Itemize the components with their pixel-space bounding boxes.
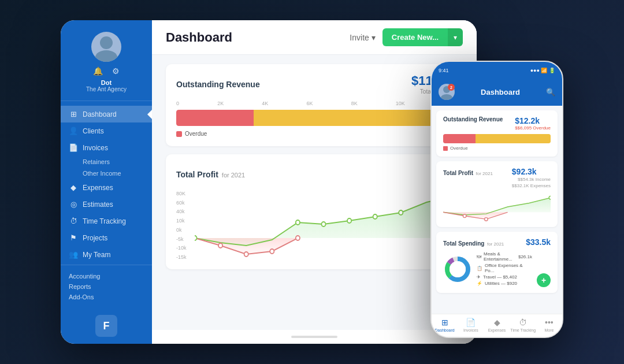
phone-dot [485,218,488,221]
profit-card: Total Profit for 2021 $89 tota... 80K 60… [166,154,463,269]
sidebar-item-estimates[interactable]: ◎ Estimates [61,196,152,213]
dot [373,214,377,219]
utilities-icon: ⚡ [477,281,482,286]
phone-nav-more[interactable]: ••• More [536,318,562,332]
profit-year: for 2021 [222,172,245,179]
profit-y-axis: 80K 60k 40k 10k 0k -5k -10k -15k [176,191,192,260]
expenses-icon: ◆ [69,183,78,192]
team-icon: 👥 [69,250,78,259]
create-new-group: Create New... ▾ [382,28,463,46]
phone-nav-label: Invoices [463,328,478,332]
dot [244,252,248,257]
overdue-legend-dot [176,131,182,137]
phone-nav-time-tracking[interactable]: ⏱ Time Tracking [510,318,536,332]
sidebar-item-time-tracking[interactable]: ⏱ Time Tracking [61,213,152,229]
phone-nav-expenses[interactable]: ◆ Expenses [484,318,510,332]
phone-status-icons: ●●● 📶 🔋 [530,68,555,73]
dot [321,222,325,226]
phone-body: Outstanding Revenue $12.2k $$6,095 Overd… [432,106,562,314]
revenue-legend: Overdue [176,131,452,137]
sidebar-item-label: Projects [83,234,107,242]
spending-item-travel: ✈ Travel — $5,402 [477,274,532,280]
phone-revenue-legend: Overdue [443,146,551,151]
sidebar-item-team[interactable]: 👥 My Team [61,246,152,263]
invoices-nav-icon: 📄 [466,318,476,327]
clients-icon: 👤 [69,127,78,135]
phone-revenue-bar [443,134,551,143]
phone-header-title: Dashboard [481,88,520,96]
phone-spending-title: Total Spending [443,240,484,247]
sidebar-bottom-links: Accounting Reports Add-Ons [61,265,152,308]
dashboard-icon: ⊞ [69,110,78,118]
phone-profit-chart [443,192,551,221]
profit-title: Total Profit [176,170,218,179]
donut-svg [443,255,472,284]
sidebar-item-dashboard[interactable]: ⊞ Dashboard [61,106,152,122]
dot [270,249,274,254]
phone-revenue-card: Outstanding Revenue $12.2k $$6,095 Overd… [436,110,558,157]
main-body: Outstanding Revenue $11.0K Total Outst..… [152,55,477,330]
time-tracking-nav-icon: ⏱ [519,318,527,327]
tablet-bottom-bar [152,330,477,344]
sidebar-item-invoices[interactable]: 📄 Invoices [61,139,152,156]
phone-device: 9:41 ●●● 📶 🔋 2 Dashboard 🔍 Outstanding R… [430,61,563,338]
avatar [91,32,121,62]
sidebar-item-projects[interactable]: ⚑ Projects [61,229,152,246]
page-title: Dashboard [166,30,232,45]
sidebar-item-label: Dashboard [83,110,117,118]
phone-status-bar: 9:41 ●●● 📶 🔋 [432,62,562,79]
phone-spending-card: Total Spending for 2021 $33.5k [436,232,558,293]
sidebar-top-icons: 🔔 ⚙ [93,66,120,76]
sidebar-item-expenses[interactable]: ◆ Expenses [61,179,152,196]
phone-spending-year: for 2021 [487,242,504,247]
reports-link[interactable]: Reports [69,281,144,292]
phone-revenue-value: $12.2k [515,116,551,125]
phone-nav-invoices[interactable]: 📄 Invoices [458,318,484,332]
profit-svg [195,191,452,260]
phone-overdue-bar [443,134,476,143]
sidebar-item-clients[interactable]: 👤 Clients [61,122,152,139]
invite-label: Invite [350,33,369,42]
sidebar-item-other-income[interactable]: Other Income [61,168,152,179]
dot [296,236,300,240]
projects-icon: ⚑ [69,233,78,242]
sidebar-item-label: Expenses [83,184,113,192]
sidebar-item-label: Invoices [83,144,108,152]
sidebar-item-label: Retainers [83,158,110,165]
profit-title-area: Total Profit for 2021 [176,170,245,179]
pending-bar [254,110,452,126]
spending-item-label: Office Expenses & Po... [485,263,532,273]
spending-item-label: Utilities — $920 [485,281,517,286]
sidebar-username: Dot [101,79,112,86]
chevron-down-icon: ▾ [372,33,376,42]
phone-revenue-header: Outstanding Revenue $12.2k $$6,095 Overd… [443,116,551,131]
spending-item-utilities: ⚡ Utilities — $920 [477,281,532,286]
gear-icon[interactable]: ⚙ [112,66,120,76]
phone-nav-dashboard[interactable]: ⊞ Dashboard [432,318,458,332]
profit-chart: 80K 60k 40k 10k 0k -5k -10k -15k [176,191,452,260]
invite-button[interactable]: Invite ▾ [350,33,375,42]
add-button[interactable]: + [537,273,551,287]
revenue-card-header: Outstanding Revenue $11.0K Total Outst..… [176,73,452,95]
more-nav-icon: ••• [545,318,554,327]
bell-icon[interactable]: 🔔 [93,66,103,76]
office-icon: 📋 [477,266,482,271]
header-actions: Invite ▾ Create New... ▾ [350,28,463,46]
overdue-bar [176,110,254,126]
create-new-dropdown-button[interactable]: ▾ [448,28,463,46]
sidebar-org: The Ant Agency [86,86,127,92]
tablet-device: 🔔 ⚙ Dot The Ant Agency ⊞ Dashboard 👤 Cli… [61,20,477,344]
phone-nav-label: More [544,328,554,332]
phone-search-icon[interactable]: 🔍 [546,88,555,96]
sidebar-item-retainers[interactable]: Retainers [61,156,152,168]
spending-list: 🍽 Meals & Entertainme... $26.1k 📋 Office… [477,251,532,287]
create-new-button[interactable]: Create New... [382,28,448,46]
phone-profit-expense: $$32.1K Expenses [512,183,551,189]
dashboard-nav-icon: ⊞ [441,318,448,327]
addons-link[interactable]: Add-Ons [69,292,144,302]
phone-pending-bar [476,134,551,143]
sidebar-logo: F [61,308,152,344]
phone-dot [549,196,551,200]
accounting-link[interactable]: Accounting [69,271,144,281]
spending-item-amount: $26.1k [518,254,532,259]
